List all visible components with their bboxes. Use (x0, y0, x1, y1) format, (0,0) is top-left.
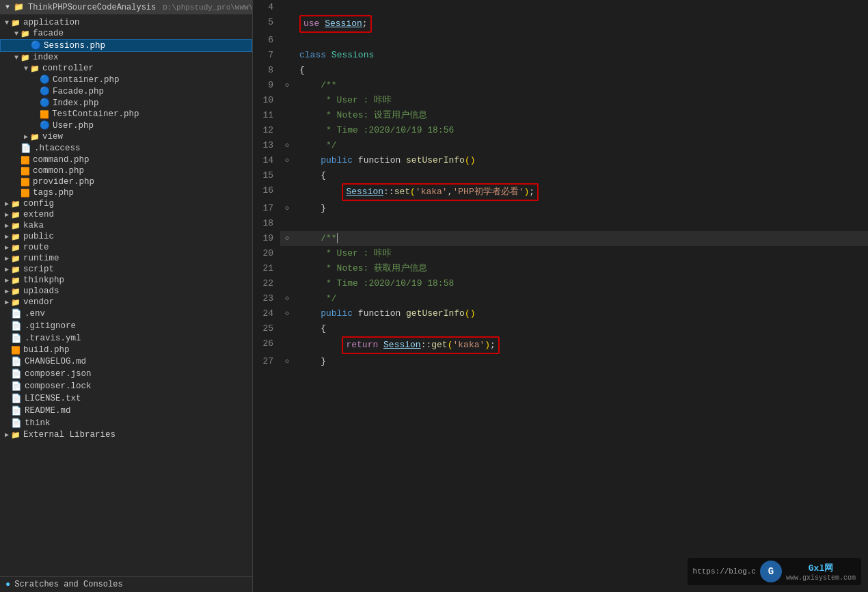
line-number-10: 10 (253, 93, 280, 108)
code-content-25: { (294, 321, 868, 336)
tree-item-user[interactable]: 🔵 User.php (0, 120, 252, 131)
project-name: ThinkPHPSourceCodeAnalysis (28, 3, 156, 12)
code-content-14: public function setUserInfo() (294, 153, 868, 168)
fold-gutter-4 (280, 0, 294, 15)
folder-icon-index: 📁 (21, 53, 30, 62)
tree-item-view[interactable]: ▶ 📁 view (0, 131, 252, 142)
tree-item-env[interactable]: 📄 .env (0, 308, 252, 320)
arrow-public: ▶ (3, 232, 11, 241)
code-line-21: 21 * Notes: 获取用户信息 (253, 261, 868, 276)
code-line-7: 7class Sessions (253, 48, 868, 63)
fold-gutter-27[interactable]: ◇ (280, 354, 294, 369)
tree-label-extlibs: External Libraries (23, 430, 252, 440)
line-number-6: 6 (253, 33, 280, 48)
tree-item-provider[interactable]: 🟧 provider.php (0, 176, 252, 187)
fold-gutter-14[interactable]: ◇ (280, 153, 294, 168)
folder-icon-extlibs: 📁 (11, 431, 21, 440)
tree-item-extend[interactable]: ▶ 📁 extend (0, 209, 252, 220)
fold-gutter-23[interactable]: ◇ (280, 291, 294, 306)
tree-item-route[interactable]: ▶ 📁 route (0, 242, 252, 253)
tree-item-tags[interactable]: 🟧 tags.php (0, 187, 252, 198)
tree-item-build[interactable]: 🟧 build.php (0, 345, 252, 355)
code-content-15: { (294, 168, 868, 183)
arrow-thinkphp: ▶ (3, 276, 11, 284)
tree-item-index2[interactable]: 🔵 Index.php (0, 97, 252, 109)
tree-item-license[interactable]: 📄 LICENSE.txt (0, 392, 252, 405)
code-line-11: 11 * Notes: 设置用户信息 (253, 108, 868, 123)
tree-item-script[interactable]: ▶ 📁 script (0, 264, 252, 275)
tree-item-kaka[interactable]: ▶ 📁 kaka (0, 220, 252, 231)
tree-item-gitignore[interactable]: 📄 .gitignore (0, 320, 252, 332)
arrow-config: ▶ (3, 200, 11, 208)
code-line-14: 14◇ public function setUserInfo() (253, 153, 868, 168)
tree-item-facade[interactable]: ▼ 📁 facade (0, 28, 252, 39)
tree-item-composer_lock[interactable]: 📄 composer.lock (0, 380, 252, 392)
fold-gutter-16 (280, 183, 294, 201)
code-content-10: * User : 咔咔 (294, 93, 868, 108)
arrow-runtime: ▶ (3, 254, 11, 263)
tree-item-container[interactable]: 🔵 Container.php (0, 74, 252, 85)
line-number-9: 9 (253, 78, 280, 93)
arrow-uploads: ▶ (3, 287, 11, 295)
line-number-18: 18 (253, 216, 280, 231)
tree-item-travis[interactable]: 📄 .travis.yml (0, 332, 252, 345)
line-number-19: 19 (253, 231, 280, 246)
code-content-19: /** (294, 231, 868, 246)
tree-item-think[interactable]: 📄 think (0, 417, 252, 429)
line-number-23: 23 (253, 291, 280, 306)
tree-item-changelog[interactable]: 📄 CHANGELOG.md (0, 355, 252, 368)
tree-item-public[interactable]: ▶ 📁 public (0, 231, 252, 242)
file-tree: ▼ 📁 application ▼ 📁 facade 🔵 Sessions.ph… (0, 14, 252, 576)
tree-item-runtime[interactable]: ▶ 📁 runtime (0, 253, 252, 264)
tree-item-vendor[interactable]: ▶ 📁 vendor (0, 297, 252, 308)
fold-gutter-24[interactable]: ◇ (280, 306, 294, 321)
tree-label-extend: extend (23, 210, 252, 219)
code-line-23: 23◇ */ (253, 291, 868, 306)
code-content-5: use Session; (294, 15, 868, 33)
tree-item-testcontainer[interactable]: 🟧 TestContainer.php (0, 109, 252, 120)
code-line-27: 27◇ } (253, 354, 868, 369)
tree-label-facade: facade (33, 29, 252, 38)
tree-label-route: route (23, 243, 252, 252)
code-content-4 (294, 0, 868, 15)
code-content-21: * Notes: 获取用户信息 (294, 261, 868, 276)
tree-item-composer_json[interactable]: 📄 composer.json (0, 368, 252, 380)
fold-gutter-13[interactable]: ◇ (280, 138, 294, 153)
tree-item-common[interactable]: 🟧 common.php (0, 165, 252, 176)
tree-item-thinkphp[interactable]: ▶ 📁 thinkphp (0, 275, 252, 286)
tree-label-env: .env (25, 309, 252, 319)
code-line-17: 17◇ } (253, 201, 868, 216)
tree-item-config[interactable]: ▶ 📁 config (0, 198, 252, 209)
tree-item-uploads[interactable]: ▶ 📁 uploads (0, 286, 252, 297)
project-icon: 📁 (14, 2, 24, 12)
scratches-consoles-bar[interactable]: ● Scratches and Consoles (0, 576, 252, 592)
tree-label-gitignore: .gitignore (25, 321, 252, 331)
tree-label-user: User.php (53, 121, 252, 131)
tree-item-facade2[interactable]: 🔵 Facade.php (0, 85, 252, 97)
tree-item-readme[interactable]: 📄 README.md (0, 405, 252, 417)
code-content-8: { (294, 63, 868, 78)
tree-label-runtime: runtime (23, 254, 252, 263)
code-line-24: 24◇ public function getUserInfo() (253, 306, 868, 321)
tree-item-index[interactable]: ▼ 📁 index (0, 52, 252, 63)
fold-gutter-9[interactable]: ◇ (280, 78, 294, 93)
tree-item-command[interactable]: 🟧 command.php (0, 154, 252, 165)
code-content-27: } (294, 354, 868, 369)
fold-gutter-19[interactable]: ◇ (280, 231, 294, 246)
fold-gutter-20 (280, 246, 294, 261)
tree-item-htaccess[interactable]: 📄 .htaccess (0, 142, 252, 154)
fold-gutter-17[interactable]: ◇ (280, 201, 294, 216)
line-number-7: 7 (253, 48, 280, 63)
folder-icon-script: 📁 (11, 265, 21, 274)
tree-label-app: application (23, 18, 252, 27)
tree-item-controller[interactable]: ▼ 📁 controller (0, 63, 252, 74)
tree-label-testcontainer: TestContainer.php (52, 109, 252, 119)
tree-label-travis: .travis.yml (25, 334, 252, 343)
code-content-7: class Sessions (294, 48, 868, 63)
tree-item-sessions[interactable]: 🔵 Sessions.php (0, 39, 252, 52)
folder-icon-runtime: 📁 (11, 254, 21, 263)
line-number-17: 17 (253, 201, 280, 216)
tree-item-app[interactable]: ▼ 📁 application (0, 17, 252, 28)
code-content-17: } (294, 201, 868, 216)
tree-item-extlibs[interactable]: ▶ 📁 External Libraries (0, 429, 252, 440)
